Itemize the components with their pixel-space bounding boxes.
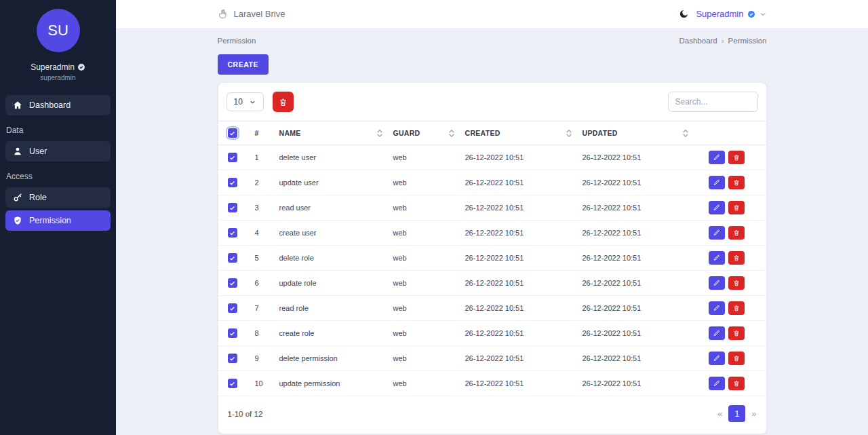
moon-icon [679,9,689,19]
delete-button[interactable] [728,301,745,315]
verified-icon [77,63,85,71]
row-updated: 26-12-2022 10:51 [577,170,694,195]
delete-button[interactable] [728,352,745,365]
sidebar-item-permission[interactable]: Permission [5,210,111,231]
edit-button[interactable] [709,226,725,240]
trash-icon [733,305,740,311]
sidebar-item-dashboard[interactable]: Dashboard [5,95,111,115]
sort-icon[interactable] [449,130,454,137]
verified-icon [747,10,755,18]
row-checkbox[interactable] [228,303,237,313]
row-created: 26-12-2022 10:51 [460,145,577,170]
row-name: create user [274,221,388,246]
delete-button[interactable] [728,201,745,214]
user-menu[interactable]: Superadmin [696,9,766,19]
sort-icon[interactable] [683,130,688,137]
pencil-icon [713,280,720,286]
row-name: update permission [274,371,388,396]
row-updated: 26-12-2022 10:51 [577,145,694,170]
pencil-icon [713,154,720,161]
select-all-checkbox[interactable] [228,128,237,138]
edit-button[interactable] [709,377,725,390]
edit-button[interactable] [709,251,725,265]
trash-icon [733,355,740,362]
sidebar-item-user[interactable]: User [5,141,111,162]
row-updated: 26-12-2022 10:51 [577,321,694,346]
trash-icon [733,154,740,161]
edit-button[interactable] [709,151,725,164]
row-guard: web [388,170,460,195]
delete-button[interactable] [728,377,745,390]
delete-button[interactable] [728,176,745,189]
row-name: update user [274,170,388,195]
row-checkbox[interactable] [228,278,237,288]
chevron-down-icon [249,98,256,106]
prev-page-button[interactable]: « [717,409,722,419]
search-input[interactable] [668,92,758,112]
row-checkbox[interactable] [228,328,237,338]
row-checkbox[interactable] [228,228,237,238]
avatar: SU [37,9,80,52]
home-icon [13,100,22,110]
row-created: 26-12-2022 10:51 [460,271,577,296]
row-num: 2 [250,170,274,195]
delete-button[interactable] [728,151,745,164]
breadcrumb-dashboard[interactable]: Dashboard [679,37,717,45]
table-row: 5 delete role web 26-12-2022 10:51 26-12… [218,246,766,271]
edit-button[interactable] [709,326,725,340]
sidebar-item-label: Dashboard [29,100,71,110]
row-checkbox[interactable] [228,153,237,162]
column-header-guard[interactable]: GUARD [388,121,460,145]
delete-button[interactable] [728,326,745,340]
row-guard: web [388,246,460,271]
trash-icon [733,179,740,186]
row-updated: 26-12-2022 10:51 [577,296,694,321]
row-updated: 26-12-2022 10:51 [577,271,694,296]
row-checkbox[interactable] [228,354,237,363]
chevron-down-icon [759,10,767,18]
edit-button[interactable] [709,301,725,315]
delete-button[interactable] [728,226,745,240]
column-header-updated[interactable]: UPDATED [577,121,694,145]
row-checkbox[interactable] [228,203,237,212]
shield-icon [13,216,22,225]
delete-button[interactable] [728,276,745,290]
row-num: 4 [250,221,274,246]
row-checkbox[interactable] [228,178,237,187]
table-header-row: # NAME [218,121,766,145]
sort-icon[interactable] [566,130,572,137]
row-created: 26-12-2022 10:51 [460,246,577,271]
edit-button[interactable] [709,352,725,365]
edit-button[interactable] [709,201,725,214]
page-size-select[interactable]: 10 [226,92,264,111]
trash-icon [733,280,740,286]
delete-button[interactable] [728,251,745,265]
edit-button[interactable] [709,176,725,189]
trash-icon [279,98,288,107]
column-header-name[interactable]: NAME [274,121,388,145]
row-num: 1 [250,145,274,170]
pencil-icon [713,330,720,337]
row-checkbox[interactable] [228,253,237,263]
main-area: Laravel Brive Superadmin [116,0,868,435]
sidebar-user-handle: superadmin [0,74,116,81]
bulk-delete-button[interactable] [273,92,294,112]
table-row: 10 update permission web 26-12-2022 10:5… [218,371,766,396]
row-checkbox[interactable] [228,379,237,388]
row-guard: web [388,271,460,296]
pagination: « 1 » [717,405,756,422]
sidebar-user-name: Superadmin [31,62,75,72]
sidebar-item-role[interactable]: Role [5,187,111,208]
row-updated: 26-12-2022 10:51 [577,371,694,396]
column-header-created[interactable]: CREATED [460,121,577,145]
page-1-button[interactable]: 1 [728,405,745,422]
edit-button[interactable] [709,276,725,290]
dark-mode-toggle[interactable] [679,9,689,19]
next-page-button[interactable]: » [751,409,756,419]
sort-icon[interactable] [377,130,382,137]
row-guard: web [388,221,460,246]
pencil-icon [713,355,720,362]
column-header-num: # [250,121,274,145]
sidebar: SU Superadmin superadmin Dashboard Data … [0,0,116,435]
create-button[interactable]: CREATE [218,54,269,75]
